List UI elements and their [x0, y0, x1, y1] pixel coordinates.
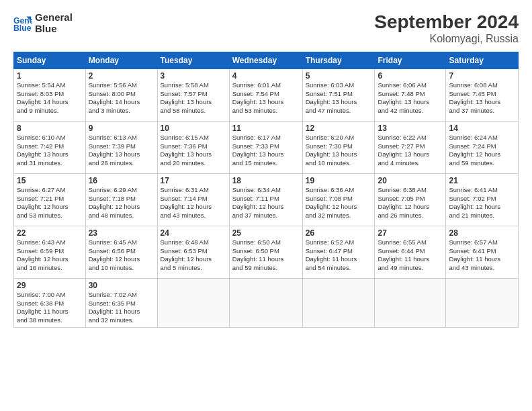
day-info: Sunrise: 5:58 AMSunset: 7:57 PMDaylight:… [161, 81, 226, 116]
calendar-day-cell: 13Sunrise: 6:22 AMSunset: 7:27 PMDayligh… [375, 121, 446, 173]
calendar-day-cell: 9Sunrise: 6:13 AMSunset: 7:39 PMDaylight… [85, 121, 157, 173]
day-info: Sunrise: 6:10 AMSunset: 7:42 PMDaylight:… [17, 134, 83, 168]
day-number: 18 [232, 176, 300, 185]
day-number: 27 [378, 228, 443, 238]
header: General Blue General Blue September 2024… [13, 12, 519, 45]
calendar-day-cell: 22Sunrise: 6:43 AMSunset: 6:59 PMDayligh… [14, 226, 86, 278]
day-info: Sunrise: 6:31 AMSunset: 7:14 PMDaylight:… [161, 186, 226, 220]
day-number: 4 [232, 71, 300, 81]
calendar-day-cell: 28Sunrise: 6:57 AMSunset: 6:41 PMDayligh… [446, 226, 519, 278]
calendar-week-row: 29Sunrise: 7:00 AMSunset: 6:38 PMDayligh… [14, 278, 519, 327]
calendar-day-cell: 21Sunrise: 6:41 AMSunset: 7:02 PMDayligh… [446, 173, 519, 226]
day-number: 24 [161, 228, 226, 238]
calendar-day-cell: 4Sunrise: 6:01 AMSunset: 7:54 PMDaylight… [229, 68, 302, 121]
calendar-week-row: 15Sunrise: 6:27 AMSunset: 7:21 PMDayligh… [14, 173, 519, 226]
weekday-header: Saturday [446, 52, 519, 68]
calendar-day-cell: 12Sunrise: 6:20 AMSunset: 7:30 PMDayligh… [302, 121, 375, 173]
day-number: 23 [89, 228, 154, 238]
logo: General Blue General Blue [13, 12, 73, 34]
day-info: Sunrise: 6:38 AMSunset: 7:05 PMDaylight:… [378, 186, 443, 220]
day-info: Sunrise: 6:43 AMSunset: 6:59 PMDaylight:… [17, 238, 83, 273]
day-number: 29 [17, 281, 83, 290]
day-info: Sunrise: 6:48 AMSunset: 6:53 PMDaylight:… [161, 238, 226, 273]
calendar-day-cell [229, 278, 302, 327]
calendar-day-cell: 14Sunrise: 6:24 AMSunset: 7:24 PMDayligh… [446, 121, 519, 173]
day-info: Sunrise: 6:36 AMSunset: 7:08 PMDaylight:… [306, 186, 372, 220]
day-number: 6 [378, 71, 443, 81]
weekday-header: Tuesday [157, 52, 229, 68]
day-info: Sunrise: 6:24 AMSunset: 7:24 PMDaylight:… [449, 134, 515, 168]
day-info: Sunrise: 6:50 AMSunset: 6:50 PMDaylight:… [232, 238, 300, 273]
calendar-title: September 2024 [374, 12, 519, 33]
calendar-day-cell: 25Sunrise: 6:50 AMSunset: 6:50 PMDayligh… [229, 226, 302, 278]
calendar-day-cell: 24Sunrise: 6:48 AMSunset: 6:53 PMDayligh… [157, 226, 229, 278]
weekday-header: Monday [85, 52, 157, 68]
day-info: Sunrise: 6:41 AMSunset: 7:02 PMDaylight:… [449, 186, 515, 220]
day-info: Sunrise: 6:27 AMSunset: 7:21 PMDaylight:… [17, 186, 83, 220]
day-info: Sunrise: 7:02 AMSunset: 6:35 PMDaylight:… [89, 291, 154, 325]
day-number: 16 [89, 176, 154, 185]
day-info: Sunrise: 6:17 AMSunset: 7:33 PMDaylight:… [232, 134, 300, 168]
calendar-subtitle: Kolomyagi, Russia [374, 33, 519, 45]
day-info: Sunrise: 6:08 AMSunset: 7:45 PMDaylight:… [449, 81, 515, 116]
day-info: Sunrise: 6:34 AMSunset: 7:11 PMDaylight:… [232, 186, 300, 220]
calendar-day-cell: 1Sunrise: 5:54 AMSunset: 8:03 PMDaylight… [14, 68, 86, 121]
day-number: 20 [378, 176, 443, 185]
calendar-day-cell: 7Sunrise: 6:08 AMSunset: 7:45 PMDaylight… [446, 68, 519, 121]
day-number: 28 [449, 228, 515, 238]
calendar-week-row: 8Sunrise: 6:10 AMSunset: 7:42 PMDaylight… [14, 121, 519, 173]
day-number: 30 [89, 281, 154, 290]
calendar-day-cell [157, 278, 229, 327]
day-number: 1 [17, 71, 83, 81]
day-info: Sunrise: 6:45 AMSunset: 6:56 PMDaylight:… [89, 238, 154, 273]
calendar-day-cell: 5Sunrise: 6:03 AMSunset: 7:51 PMDaylight… [302, 68, 375, 121]
day-number: 14 [449, 124, 515, 133]
calendar-day-cell: 30Sunrise: 7:02 AMSunset: 6:35 PMDayligh… [85, 278, 157, 327]
day-number: 15 [17, 176, 83, 185]
day-info: Sunrise: 5:56 AMSunset: 8:00 PMDaylight:… [89, 81, 154, 116]
day-info: Sunrise: 6:06 AMSunset: 7:48 PMDaylight:… [378, 81, 443, 116]
calendar-day-cell: 27Sunrise: 6:55 AMSunset: 6:44 PMDayligh… [375, 226, 446, 278]
day-info: Sunrise: 7:00 AMSunset: 6:38 PMDaylight:… [17, 291, 83, 325]
weekday-header: Friday [375, 52, 446, 68]
calendar-day-cell: 15Sunrise: 6:27 AMSunset: 7:21 PMDayligh… [14, 173, 86, 226]
calendar-day-cell: 19Sunrise: 6:36 AMSunset: 7:08 PMDayligh… [302, 173, 375, 226]
calendar-table: SundayMondayTuesdayWednesdayThursdayFrid… [13, 52, 519, 328]
calendar-day-cell: 2Sunrise: 5:56 AMSunset: 8:00 PMDaylight… [85, 68, 157, 121]
weekday-header: Thursday [302, 52, 375, 68]
calendar-day-cell: 6Sunrise: 6:06 AMSunset: 7:48 PMDaylight… [375, 68, 446, 121]
logo-icon: General Blue [13, 14, 32, 33]
day-number: 2 [89, 71, 154, 81]
title-block: September 2024 Kolomyagi, Russia [374, 12, 519, 45]
logo-text: General Blue [35, 12, 73, 34]
day-number: 21 [449, 176, 515, 185]
day-number: 9 [89, 124, 154, 133]
calendar-week-row: 22Sunrise: 6:43 AMSunset: 6:59 PMDayligh… [14, 226, 519, 278]
day-info: Sunrise: 6:22 AMSunset: 7:27 PMDaylight:… [378, 134, 443, 168]
day-number: 12 [306, 124, 372, 133]
day-number: 17 [161, 176, 226, 185]
day-number: 26 [306, 228, 372, 238]
calendar-day-cell: 18Sunrise: 6:34 AMSunset: 7:11 PMDayligh… [229, 173, 302, 226]
day-number: 25 [232, 228, 300, 238]
page: General Blue General Blue September 2024… [0, 0, 532, 411]
weekday-header: Sunday [14, 52, 86, 68]
calendar-day-cell: 17Sunrise: 6:31 AMSunset: 7:14 PMDayligh… [157, 173, 229, 226]
weekday-header: Wednesday [229, 52, 302, 68]
day-number: 19 [306, 176, 372, 185]
calendar-day-cell: 16Sunrise: 6:29 AMSunset: 7:18 PMDayligh… [85, 173, 157, 226]
calendar-day-cell: 3Sunrise: 5:58 AMSunset: 7:57 PMDaylight… [157, 68, 229, 121]
day-number: 11 [232, 124, 300, 133]
day-info: Sunrise: 6:13 AMSunset: 7:39 PMDaylight:… [89, 134, 154, 168]
svg-text:Blue: Blue [13, 23, 32, 32]
day-info: Sunrise: 6:03 AMSunset: 7:51 PMDaylight:… [306, 81, 372, 116]
day-number: 3 [161, 71, 226, 81]
day-info: Sunrise: 6:01 AMSunset: 7:54 PMDaylight:… [232, 81, 300, 116]
day-number: 5 [306, 71, 372, 81]
calendar-day-cell: 23Sunrise: 6:45 AMSunset: 6:56 PMDayligh… [85, 226, 157, 278]
calendar-day-cell [375, 278, 446, 327]
day-info: Sunrise: 6:55 AMSunset: 6:44 PMDaylight:… [378, 238, 443, 273]
day-number: 7 [449, 71, 515, 81]
calendar-day-cell [302, 278, 375, 327]
calendar-day-cell: 11Sunrise: 6:17 AMSunset: 7:33 PMDayligh… [229, 121, 302, 173]
